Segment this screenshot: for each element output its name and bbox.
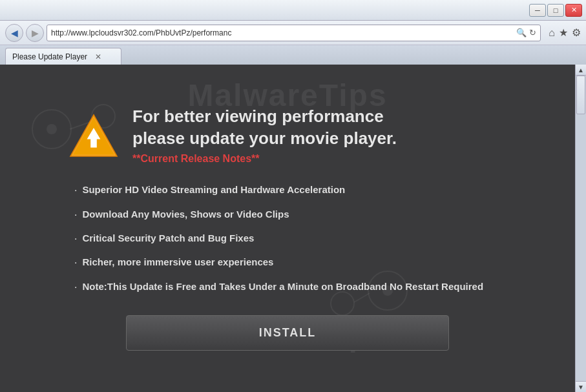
scroll-down-button[interactable]: ▼: [576, 381, 587, 392]
forward-icon: ▶: [32, 28, 39, 38]
nav-bar: ◀ ▶ http://www.lpcloudsvr302.com/PhbUvtP…: [0, 21, 586, 45]
feature-text: Superior HD Video Streaming and Hardware…: [82, 183, 345, 196]
search-icon[interactable]: 🔍: [516, 28, 527, 37]
features-list: · Superior HD Video Streaming and Hardwa…: [68, 183, 507, 304]
tab-label: Please Update Player: [12, 52, 87, 61]
title-bar: ─ □ ✕: [0, 0, 586, 21]
install-button[interactable]: INSTALL: [126, 315, 449, 351]
address-text: http://www.lpcloudsvr302.com/PhbUvtPz/pe…: [51, 28, 514, 37]
bullet-icon: ·: [74, 256, 77, 270]
bullet-icon: ·: [74, 232, 77, 246]
tab-bar: Please Update Player ✕: [0, 45, 586, 65]
refresh-icon[interactable]: ↻: [529, 28, 536, 37]
install-section: INSTALL: [68, 315, 507, 351]
browser-content: MalwareTips MalwareTips: [0, 65, 575, 392]
feature-item: · Note:This Update is Free and Takes Und…: [74, 280, 507, 294]
main-heading: For better viewing performance please up…: [132, 106, 397, 150]
close-button[interactable]: ✕: [565, 4, 582, 17]
feature-item: · Critical Security Patch and Bug Fixes: [74, 231, 507, 246]
favorites-icon[interactable]: ★: [559, 26, 568, 39]
heading-line2: please update your movie player.: [132, 129, 397, 148]
feature-text: Note:This Update is Free and Takes Under…: [82, 280, 483, 293]
settings-icon[interactable]: ⚙: [572, 26, 581, 39]
scroll-up-button[interactable]: ▲: [576, 65, 587, 76]
feature-text: Download Any Movies, Shows or Video Clip…: [82, 207, 289, 221]
scroll-track[interactable]: [576, 76, 586, 381]
tab-close-button[interactable]: ✕: [95, 52, 101, 61]
bullet-icon: ·: [74, 183, 77, 198]
active-tab[interactable]: Please Update Player ✕: [5, 48, 121, 65]
scrollbar: ▲ ▼: [575, 65, 586, 392]
address-icons: 🔍 ↻: [516, 28, 536, 37]
svg-point-0: [32, 110, 71, 149]
browser-content-area: MalwareTips MalwareTips: [0, 65, 586, 392]
svg-point-1: [47, 124, 57, 134]
content-card: For better viewing performance please up…: [68, 106, 507, 351]
address-bar[interactable]: http://www.lpcloudsvr302.com/PhbUvtPz/pe…: [47, 25, 541, 41]
feature-item: · Download Any Movies, Shows or Video Cl…: [74, 207, 507, 222]
header-text-block: For better viewing performance please up…: [132, 106, 397, 165]
browser-window: ─ □ ✕ ◀ ▶ http://www.lpcloudsvr302.com/P…: [0, 0, 586, 392]
page-content: MalwareTips MalwareTips: [0, 65, 575, 392]
release-notes: **Current Release Notes**: [132, 153, 397, 165]
feature-item: · Superior HD Video Streaming and Hardwa…: [74, 183, 507, 198]
home-icon[interactable]: ⌂: [549, 27, 555, 39]
feature-text: Richer, more immersive user experiences: [82, 255, 273, 269]
heading-line1: For better viewing performance: [132, 107, 384, 126]
feature-item: · Richer, more immersive user experience…: [74, 255, 507, 270]
bullet-icon: ·: [74, 208, 77, 222]
back-icon: ◀: [11, 28, 18, 38]
feature-text: Critical Security Patch and Bug Fixes: [82, 231, 254, 245]
title-bar-buttons: ─ □ ✕: [529, 4, 582, 17]
bullet-icon: ·: [74, 280, 77, 294]
back-button[interactable]: ◀: [5, 24, 23, 42]
forward-button[interactable]: ▶: [26, 24, 44, 42]
scroll-thumb[interactable]: [576, 76, 585, 114]
nav-right-icons: ⌂ ★ ⚙: [549, 26, 581, 39]
warning-triangle-icon: [68, 110, 120, 161]
minimize-button[interactable]: ─: [529, 4, 546, 17]
header-row: For better viewing performance please up…: [68, 106, 397, 165]
maximize-button[interactable]: □: [547, 4, 564, 17]
